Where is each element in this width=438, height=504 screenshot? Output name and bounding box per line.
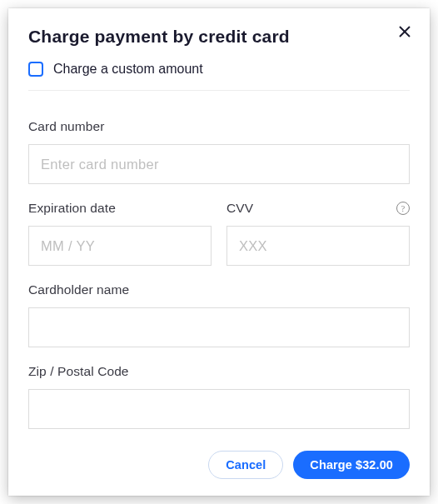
expiration-label: Expiration date [28,201,212,216]
card-number-input[interactable] [28,144,410,184]
custom-amount-row: Charge a custom amount [28,62,410,77]
cardholder-field: Cardholder name [28,282,410,347]
cardholder-label: Cardholder name [28,282,410,297]
cvv-input[interactable] [226,226,410,266]
custom-amount-label: Charge a custom amount [53,62,203,77]
divider [28,90,410,91]
cvv-label: CVV [226,201,253,216]
exp-cvv-row: Expiration date CVV ? [28,201,410,266]
expiration-field: Expiration date [28,201,212,266]
modal-footer: Cancel Charge $32.00 [28,451,410,479]
modal-title: Charge payment by credit card [28,27,410,47]
card-number-field: Card number [28,119,410,184]
zip-field: Zip / Postal Code [28,364,410,429]
payment-modal: Charge payment by credit card Charge a c… [8,8,430,496]
zip-label: Zip / Postal Code [28,364,410,379]
custom-amount-checkbox[interactable] [28,62,43,77]
card-number-label: Card number [28,119,410,134]
help-icon[interactable]: ? [396,202,410,215]
zip-input[interactable] [28,389,410,429]
expiration-input[interactable] [28,226,212,266]
close-button[interactable] [395,22,415,42]
cvv-field: CVV ? [226,201,410,266]
charge-button[interactable]: Charge $32.00 [293,451,410,479]
cancel-button[interactable]: Cancel [208,451,283,479]
cardholder-input[interactable] [28,307,410,347]
close-icon [398,25,411,38]
